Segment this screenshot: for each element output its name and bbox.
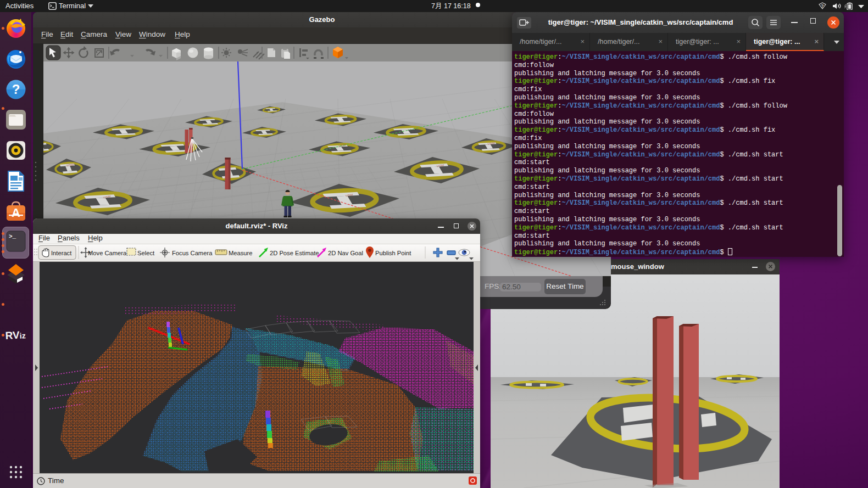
svg-text:?: ? [821,3,824,9]
svg-text:?: ? [12,82,20,97]
svg-text:Publish Point: Publish Point [375,250,411,256]
svg-text:Focus Camera: Focus Camera [172,250,213,256]
svg-text:Select: Select [137,250,155,256]
svg-text:2D Pose Estimate: 2D Pose Estimate [270,250,319,256]
svg-text:>_: >_ [9,233,16,240]
svg-text:RViz: RViz [5,329,26,341]
svg-text:A: A [12,206,20,220]
svg-text:Move Camera: Move Camera [88,250,127,256]
svg-text:Measure: Measure [229,250,253,256]
svg-text:Interact: Interact [51,250,72,256]
svg-text:2D Nav Goal: 2D Nav Goal [328,250,363,256]
